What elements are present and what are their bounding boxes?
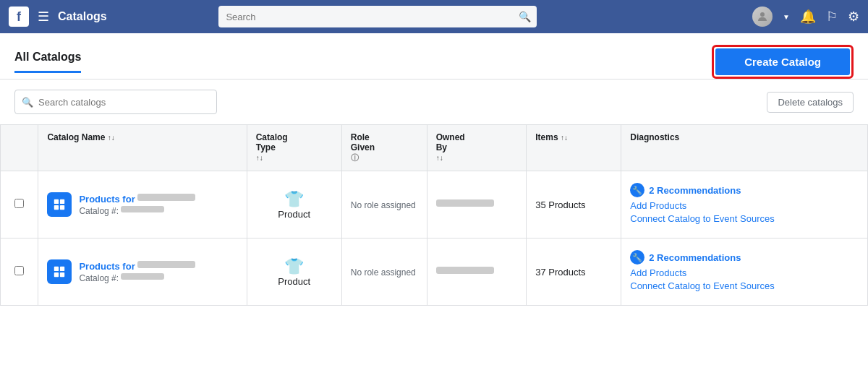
sort-icon-type[interactable]: ↑↓: [256, 154, 263, 162]
catalog-name-wrapper: Products for Catalog #:: [47, 259, 237, 284]
svg-rect-7: [54, 272, 59, 277]
recommendations-label: 2 Recommendations: [649, 185, 741, 196]
create-catalog-btn-wrap: Create Catalog: [712, 45, 854, 79]
items-count: 37 Products: [535, 267, 585, 278]
col-header-catalog-name: Catalog Name ↑↓: [38, 125, 247, 171]
add-products-link-row1[interactable]: Add Products: [630, 200, 859, 211]
row-checkbox-cell: [1, 171, 38, 239]
recommendations-row: 🔧 2 Recommendations: [630, 250, 859, 265]
col-header-items: Items ↑↓: [527, 125, 621, 171]
catalog-number: Catalog #:: [79, 273, 195, 283]
avatar[interactable]: [752, 7, 773, 27]
svg-rect-1: [54, 199, 59, 204]
catalogs-table: Catalog Name ↑↓ CatalogType↑↓ RoleGivenⓘ…: [0, 124, 868, 306]
catalog-grid-icon: [47, 192, 72, 217]
avatar-dropdown-icon[interactable]: ▼: [783, 13, 790, 21]
role-info-icon[interactable]: ⓘ: [351, 153, 359, 162]
table-row: Products for Catalog #: 👕 Product No rol…: [1, 239, 868, 306]
catalog-type-label: Product: [256, 209, 333, 220]
facebook-logo[interactable]: f: [9, 7, 29, 27]
top-navigation: f ☰ Catalogs 🔍 ▼ 🔔 ⚐ ⚙: [0, 0, 868, 33]
svg-rect-6: [60, 267, 64, 271]
catalog-name-text: Products for Catalog #:: [79, 194, 195, 216]
row-checkbox[interactable]: [14, 266, 24, 275]
no-role-label: No role assigned: [351, 267, 416, 278]
sort-icon-owned[interactable]: ↑↓: [436, 154, 443, 162]
col-header-diagnostics: Diagnostics: [621, 125, 868, 171]
catalog-name-link[interactable]: Products for: [79, 261, 195, 272]
role-given-cell: No role assigned: [341, 171, 427, 239]
diagnostics-cell: 🔧 2 Recommendations Add Products Connect…: [621, 171, 868, 239]
page-title: All Catalogs: [14, 51, 81, 73]
settings-gear-icon[interactable]: ⚙: [848, 9, 859, 25]
recommendations-label: 2 Recommendations: [649, 252, 741, 263]
owned-by-value: [436, 267, 494, 274]
nav-right-controls: ▼ 🔔 ⚐ ⚙: [752, 7, 859, 27]
svg-rect-4: [60, 205, 64, 210]
page-header-left: All Catalogs: [14, 51, 81, 73]
search-catalogs-icon: 🔍: [22, 97, 33, 108]
flag-icon[interactable]: ⚐: [826, 9, 838, 25]
catalog-name-wrapper: Products for Catalog #:: [47, 192, 237, 217]
role-given-cell: No role assigned: [341, 239, 427, 306]
col-header-owned-by: OwnedBy↑↓: [427, 125, 527, 171]
create-catalog-button[interactable]: Create Catalog: [715, 48, 850, 75]
svg-rect-2: [60, 199, 64, 204]
catalog-name-cell: Products for Catalog #:: [38, 171, 247, 239]
items-count: 35 Products: [535, 199, 585, 210]
recommendations-icon: 🔧: [630, 250, 644, 265]
catalog-name-cell: Products for Catalog #:: [38, 239, 247, 306]
product-shirt-icon: 👕: [256, 190, 333, 209]
catalog-type-cell: 👕 Product: [247, 239, 341, 306]
page-section-title: Catalogs: [58, 10, 107, 23]
row-checkbox[interactable]: [14, 199, 24, 208]
product-shirt-icon: 👕: [256, 257, 333, 276]
catalog-grid-icon: [47, 259, 72, 284]
row-checkbox-cell: [1, 239, 38, 306]
recommendations-row: 🔧 2 Recommendations: [630, 183, 859, 197]
owned-by-value: [436, 199, 494, 207]
sort-icon-items[interactable]: ↑↓: [561, 134, 568, 142]
add-products-link-row2[interactable]: Add Products: [630, 267, 859, 278]
items-count-cell: 37 Products: [527, 239, 621, 306]
search-catalogs-wrap: 🔍: [14, 90, 217, 114]
col-header-check: [1, 125, 38, 171]
catalog-name-link[interactable]: Products for: [79, 194, 195, 205]
catalog-type-cell: 👕 Product: [247, 171, 341, 239]
items-count-cell: 35 Products: [527, 171, 621, 239]
global-search-input[interactable]: [218, 6, 537, 27]
svg-point-0: [760, 12, 765, 17]
owned-by-cell: [427, 239, 527, 306]
catalog-type-label: Product: [256, 276, 333, 287]
toolbar: 🔍 Delete catalogs: [0, 80, 868, 124]
svg-rect-3: [54, 205, 59, 210]
diagnostics-cell: 🔧 2 Recommendations Add Products Connect…: [621, 239, 868, 306]
col-header-catalog-type: CatalogType↑↓: [247, 125, 341, 171]
page-content: All Catalogs Create Catalog 🔍 Delete cat…: [0, 33, 868, 391]
col-header-role-given: RoleGivenⓘ: [341, 125, 427, 171]
search-catalogs-input[interactable]: [14, 90, 217, 114]
no-role-label: No role assigned: [351, 200, 416, 210]
global-search-wrap: 🔍: [218, 6, 537, 27]
table-row: Products for Catalog #: 👕 Product No rol…: [1, 171, 868, 239]
catalog-number: Catalog #:: [79, 206, 195, 216]
owned-by-cell: [427, 171, 527, 239]
recommendations-icon: 🔧: [630, 183, 644, 197]
delete-catalogs-button[interactable]: Delete catalogs: [767, 92, 854, 113]
global-search-icon: 🔍: [519, 11, 531, 22]
catalog-name-text: Products for Catalog #:: [79, 261, 195, 283]
svg-rect-5: [54, 267, 59, 271]
table-header-row: Catalog Name ↑↓ CatalogType↑↓ RoleGivenⓘ…: [1, 125, 868, 171]
svg-rect-8: [60, 272, 64, 277]
hamburger-menu-icon[interactable]: ☰: [38, 9, 49, 25]
connect-catalog-link-row1[interactable]: Connect Catalog to Event Sources: [630, 213, 859, 224]
sort-icon-name[interactable]: ↑↓: [108, 134, 115, 142]
page-header: All Catalogs Create Catalog: [0, 33, 868, 80]
notifications-bell-icon[interactable]: 🔔: [800, 9, 816, 25]
connect-catalog-link-row2[interactable]: Connect Catalog to Event Sources: [630, 280, 859, 291]
